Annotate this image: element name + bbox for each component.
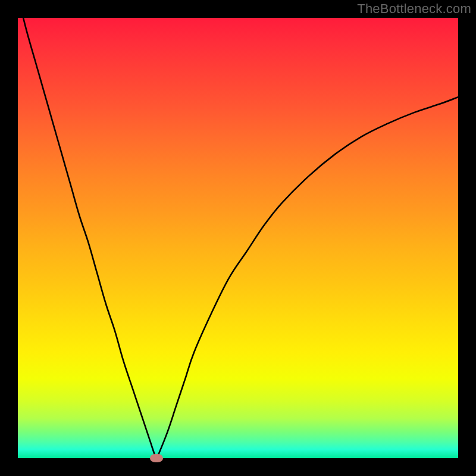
watermark-text: TheBottleneck.com: [357, 1, 471, 17]
plot-area: [18, 18, 458, 458]
chart-frame: TheBottleneck.com: [0, 0, 476, 476]
curve-svg: [18, 18, 458, 458]
min-marker: [150, 454, 163, 462]
bottleneck-curve: [18, 18, 458, 458]
